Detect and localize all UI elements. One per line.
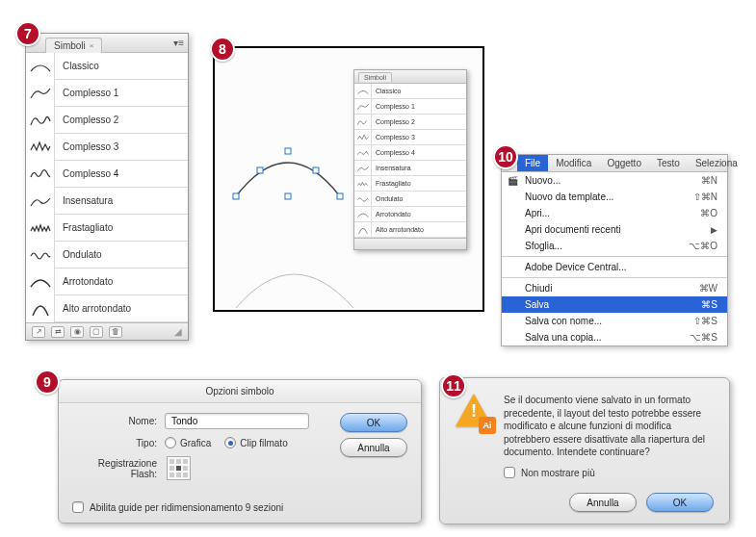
menu-item-label: Salva una copia... [525, 332, 602, 343]
name-input[interactable] [165, 413, 309, 429]
mini-titlebar[interactable]: Simboli [354, 70, 466, 84]
symbol-row[interactable]: Insensatura [354, 161, 466, 176]
submenu-arrow-icon: ▶ [711, 225, 717, 235]
svg-rect-3 [285, 193, 291, 199]
break-link-icon[interactable]: ⇄ [51, 326, 65, 338]
warning-message: Se il documento viene salvato in un form… [504, 394, 714, 459]
shortcut: ⇧⌘S [693, 316, 717, 326]
svg-rect-0 [233, 193, 239, 199]
symbol-row[interactable]: Complesso 3 [354, 130, 466, 145]
radio-grafica[interactable]: Grafica [165, 437, 211, 448]
warning-icon: ! Ai [456, 394, 492, 430]
menu-item-device-central[interactable]: Adobe Device Central... [502, 259, 727, 275]
flash-reg-label: Registrazione Flash: [72, 458, 165, 479]
symbol-row[interactable]: Classico [354, 84, 466, 99]
symbol-label: Insensatura [372, 165, 411, 171]
symbol-thumb-insensatura [26, 188, 55, 215]
shortcut: ⌘O [700, 208, 717, 218]
radio-label: Grafica [180, 438, 211, 448]
menu-item-salva[interactable]: Salva⌘S [502, 296, 727, 313]
symbol-row[interactable]: Arrotondato [26, 268, 188, 295]
symbol-thumb-complesso1 [26, 80, 55, 107]
symbol-label: Complesso 4 [55, 168, 118, 179]
menu-item-label: Apri... [525, 208, 550, 218]
symbol-row[interactable]: Complesso 4 [26, 161, 188, 188]
symbol-row[interactable]: Complesso 2 [26, 107, 188, 134]
arc-shape-selected[interactable] [230, 139, 346, 206]
dont-show-checkbox[interactable] [504, 467, 515, 478]
step-badge-7: 7 [15, 21, 40, 46]
step-badge-9: 9 [35, 370, 60, 395]
symbol-thumb-arrotondato [26, 268, 55, 295]
menu-item-label: Adobe Device Central... [525, 262, 627, 272]
symbol-row[interactable]: Frastagliato [354, 176, 466, 192]
menu-modifica[interactable]: Modifica [548, 155, 599, 171]
radio-clip-filmato[interactable]: Clip filmato [224, 437, 287, 448]
symbol-label: Arrotondato [372, 211, 411, 217]
symbol-row[interactable]: Insensatura [26, 188, 188, 215]
symbol-row[interactable]: Frastagliato [26, 215, 188, 242]
symbol-options-icon[interactable]: ◉ [70, 326, 84, 338]
mini-footer [354, 238, 466, 249]
symbol-row[interactable]: Complesso 1 [354, 99, 466, 115]
menu-file[interactable]: File [517, 155, 548, 171]
symbol-row[interactable]: Arrotondato [354, 207, 466, 222]
menu-item-nuovo[interactable]: 🎬Nuovo...⌘N [502, 172, 727, 189]
nine-slice-checkbox[interactable] [72, 501, 84, 513]
canvas-with-panel: Simboli Classico Complesso 1 Complesso 2… [213, 46, 484, 312]
registration-grid[interactable] [167, 456, 191, 480]
symbol-row[interactable]: Ondulato [26, 242, 188, 268]
shortcut: ⌘N [701, 175, 717, 186]
symbol-row[interactable]: Complesso 3 [26, 134, 188, 161]
symbol-label: Classico [55, 61, 99, 71]
symbols-panel-mini: Simboli Classico Complesso 1 Complesso 2… [353, 69, 467, 250]
symbol-row[interactable]: Alto arrotondato [26, 295, 188, 322]
symbol-row[interactable]: Classico [26, 53, 188, 80]
menu-seleziona[interactable]: Seleziona [688, 155, 745, 171]
symbol-row[interactable]: Complesso 2 [354, 115, 466, 130]
symbol-label: Complesso 2 [372, 118, 415, 125]
close-icon[interactable]: × [90, 41, 94, 50]
symbols-panel-titlebar[interactable]: ‹‹ Simboli × ▾≡ [26, 34, 188, 53]
menu-oggetto[interactable]: Oggetto [599, 155, 649, 171]
symbol-row[interactable]: Ondulato [354, 192, 466, 207]
clapper-icon: 🎬 [506, 174, 519, 188]
shortcut: ⌥⌘O [689, 241, 717, 251]
dialog-title: Opzioni simbolo [59, 380, 421, 403]
shortcut: ⌥⌘S [690, 332, 717, 343]
menu-item-apri[interactable]: Apri...⌘O [502, 205, 727, 221]
cancel-button[interactable]: Annulla [340, 438, 407, 457]
file-dropdown: 🎬Nuovo...⌘N Nuovo da template...⇧⌘N Apri… [502, 172, 727, 345]
menu-testo[interactable]: Testo [649, 155, 688, 171]
ok-button[interactable]: OK [340, 413, 407, 432]
resize-grip-icon[interactable]: ◢ [174, 326, 182, 337]
menu-item-label: Nuovo... [525, 175, 560, 186]
cancel-button[interactable]: Annulla [569, 493, 637, 512]
symbols-tab[interactable]: Simboli × [45, 38, 102, 53]
ok-button[interactable]: OK [646, 493, 714, 512]
svg-rect-1 [337, 193, 343, 199]
delete-symbol-icon[interactable]: 🗑 [109, 326, 122, 338]
warning-dialog: ! Ai Se il documento viene salvato in un… [439, 377, 730, 524]
symbol-row[interactable]: Complesso 1 [26, 80, 188, 107]
symbol-label: Complesso 3 [372, 134, 415, 141]
menu-item-label: Chiudi [525, 283, 552, 294]
symbol-row[interactable]: Alto arrotondato [354, 222, 466, 238]
symbol-label: Complesso 4 [372, 149, 415, 156]
menu-item-chiudi[interactable]: Chiudi⌘W [502, 280, 727, 296]
symbol-label: Complesso 2 [55, 115, 118, 125]
menu-separator [502, 277, 727, 278]
menu-item-salva-nome[interactable]: Salva con nome...⇧⌘S [502, 313, 727, 329]
symbol-thumb-frastagliato [26, 215, 55, 242]
step-badge-8: 8 [210, 37, 235, 62]
place-symbol-icon[interactable]: ↗ [32, 326, 45, 338]
menu-item-nuovo-template[interactable]: Nuovo da template...⇧⌘N [502, 189, 727, 205]
new-symbol-icon[interactable]: ▢ [90, 326, 103, 338]
menu-item-sfoglia[interactable]: Sfoglia...⌥⌘O [502, 238, 727, 254]
symbol-label: Frastagliato [372, 180, 411, 187]
symbol-row[interactable]: Complesso 4 [354, 145, 466, 161]
menu-item-recenti[interactable]: Apri documenti recenti▶ [502, 221, 727, 238]
symbol-thumb-ondulato [26, 242, 55, 268]
panel-menu-icon[interactable]: ▾≡ [173, 38, 184, 48]
menu-item-salva-copia[interactable]: Salva una copia...⌥⌘S [502, 329, 727, 345]
